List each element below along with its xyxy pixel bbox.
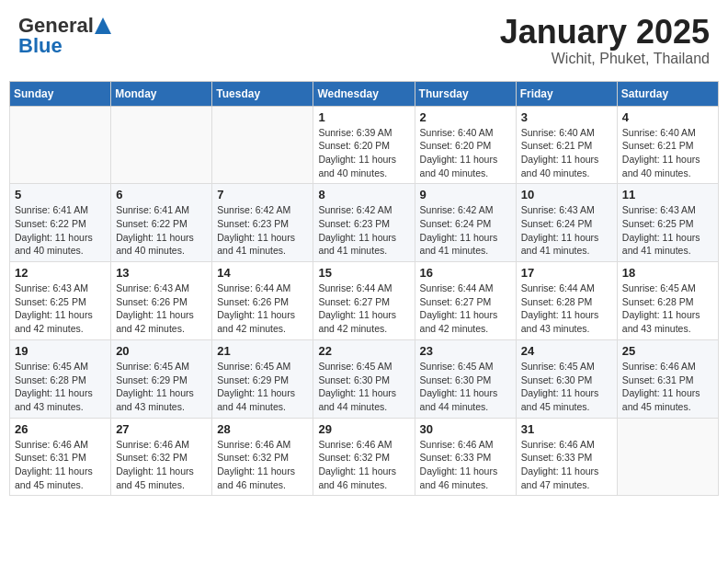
calendar-cell: 13Sunrise: 6:43 AM Sunset: 6:26 PM Dayli…: [111, 262, 212, 340]
day-number: 24: [521, 344, 612, 358]
day-number: 17: [521, 266, 612, 280]
day-number: 19: [15, 344, 106, 358]
calendar-cell: 23Sunrise: 6:45 AM Sunset: 6:30 PM Dayli…: [415, 339, 516, 418]
calendar-cell: 18Sunrise: 6:45 AM Sunset: 6:28 PM Dayli…: [617, 262, 718, 340]
calendar-cell: 15Sunrise: 6:44 AM Sunset: 6:27 PM Dayli…: [313, 262, 415, 340]
day-info: Sunrise: 6:44 AM Sunset: 6:26 PM Dayligh…: [217, 282, 308, 336]
calendar-cell: 20Sunrise: 6:45 AM Sunset: 6:29 PM Dayli…: [111, 339, 212, 418]
day-info: Sunrise: 6:45 AM Sunset: 6:29 PM Dayligh…: [116, 360, 207, 414]
day-number: 22: [318, 344, 409, 358]
day-number: 7: [217, 188, 308, 201]
calendar: SundayMondayTuesdayWednesdayThursdayFrid…: [9, 81, 719, 497]
day-info: Sunrise: 6:46 AM Sunset: 6:31 PM Dayligh…: [15, 438, 106, 492]
weekday-header-row: SundayMondayTuesdayWednesdayThursdayFrid…: [10, 81, 719, 106]
calendar-week-3: 12Sunrise: 6:43 AM Sunset: 6:25 PM Dayli…: [10, 262, 719, 340]
day-info: Sunrise: 6:39 AM Sunset: 6:20 PM Dayligh…: [318, 126, 409, 180]
day-info: Sunrise: 6:40 AM Sunset: 6:20 PM Dayligh…: [420, 126, 511, 180]
weekday-header-friday: Friday: [516, 81, 617, 106]
day-number: 20: [116, 344, 207, 358]
weekday-header-sunday: Sunday: [10, 81, 111, 106]
calendar-week-2: 5Sunrise: 6:41 AM Sunset: 6:22 PM Daylig…: [10, 184, 719, 262]
day-info: Sunrise: 6:41 AM Sunset: 6:22 PM Dayligh…: [15, 203, 106, 258]
calendar-cell: 1Sunrise: 6:39 AM Sunset: 6:20 PM Daylig…: [313, 106, 415, 184]
day-info: Sunrise: 6:43 AM Sunset: 6:25 PM Dayligh…: [15, 282, 106, 336]
calendar-cell: 30Sunrise: 6:46 AM Sunset: 6:33 PM Dayli…: [415, 418, 516, 496]
calendar-cell: 22Sunrise: 6:45 AM Sunset: 6:30 PM Dayli…: [313, 339, 415, 418]
day-info: Sunrise: 6:46 AM Sunset: 6:32 PM Dayligh…: [217, 438, 308, 492]
calendar-cell: [111, 106, 212, 184]
calendar-cell: 2Sunrise: 6:40 AM Sunset: 6:20 PM Daylig…: [415, 106, 516, 184]
day-number: 6: [116, 188, 207, 201]
calendar-cell: 11Sunrise: 6:43 AM Sunset: 6:25 PM Dayli…: [617, 184, 718, 262]
day-info: Sunrise: 6:42 AM Sunset: 6:23 PM Dayligh…: [318, 203, 409, 258]
day-info: Sunrise: 6:41 AM Sunset: 6:22 PM Dayligh…: [116, 203, 207, 258]
day-number: 2: [420, 110, 511, 124]
calendar-cell: 17Sunrise: 6:44 AM Sunset: 6:28 PM Dayli…: [516, 262, 617, 340]
logo: General Blue: [18, 14, 112, 58]
calendar-cell: 24Sunrise: 6:45 AM Sunset: 6:30 PM Dayli…: [516, 339, 617, 418]
day-info: Sunrise: 6:46 AM Sunset: 6:32 PM Dayligh…: [116, 438, 207, 492]
day-info: Sunrise: 6:45 AM Sunset: 6:30 PM Dayligh…: [521, 360, 612, 414]
day-number: 25: [622, 344, 713, 358]
calendar-cell: 5Sunrise: 6:41 AM Sunset: 6:22 PM Daylig…: [10, 184, 111, 262]
calendar-cell: 12Sunrise: 6:43 AM Sunset: 6:25 PM Dayli…: [10, 262, 111, 340]
day-info: Sunrise: 6:44 AM Sunset: 6:27 PM Dayligh…: [420, 282, 511, 336]
day-info: Sunrise: 6:45 AM Sunset: 6:28 PM Dayligh…: [622, 282, 713, 336]
calendar-cell: 21Sunrise: 6:45 AM Sunset: 6:29 PM Dayli…: [212, 339, 313, 418]
weekday-header-tuesday: Tuesday: [212, 81, 313, 106]
day-number: 27: [116, 422, 207, 436]
day-info: Sunrise: 6:46 AM Sunset: 6:32 PM Dayligh…: [318, 438, 409, 492]
calendar-cell: 29Sunrise: 6:46 AM Sunset: 6:32 PM Dayli…: [313, 418, 415, 496]
title-area: January 2025 Wichit, Phuket, Thailand: [500, 14, 710, 67]
day-info: Sunrise: 6:43 AM Sunset: 6:24 PM Dayligh…: [521, 203, 612, 258]
weekday-header-thursday: Thursday: [415, 81, 516, 106]
day-info: Sunrise: 6:44 AM Sunset: 6:27 PM Dayligh…: [318, 282, 409, 336]
day-info: Sunrise: 6:46 AM Sunset: 6:33 PM Dayligh…: [420, 438, 511, 492]
day-number: 11: [622, 188, 713, 201]
day-info: Sunrise: 6:43 AM Sunset: 6:25 PM Dayligh…: [622, 203, 713, 258]
day-info: Sunrise: 6:42 AM Sunset: 6:24 PM Dayligh…: [420, 203, 511, 258]
location: Wichit, Phuket, Thailand: [500, 51, 710, 67]
day-number: 28: [217, 422, 308, 436]
calendar-cell: 28Sunrise: 6:46 AM Sunset: 6:32 PM Dayli…: [212, 418, 313, 496]
day-info: Sunrise: 6:42 AM Sunset: 6:23 PM Dayligh…: [217, 203, 308, 258]
calendar-cell: 10Sunrise: 6:43 AM Sunset: 6:24 PM Dayli…: [516, 184, 617, 262]
weekday-header-monday: Monday: [111, 81, 212, 106]
calendar-cell: 9Sunrise: 6:42 AM Sunset: 6:24 PM Daylig…: [415, 184, 516, 262]
calendar-cell: [617, 418, 718, 496]
logo-icon: [95, 17, 111, 34]
calendar-cell: 27Sunrise: 6:46 AM Sunset: 6:32 PM Dayli…: [111, 418, 212, 496]
day-number: 13: [116, 266, 207, 280]
day-number: 12: [15, 266, 106, 280]
day-number: 23: [420, 344, 511, 358]
day-info: Sunrise: 6:45 AM Sunset: 6:30 PM Dayligh…: [318, 360, 409, 414]
day-number: 10: [521, 188, 612, 201]
weekday-header-saturday: Saturday: [617, 81, 718, 106]
calendar-cell: 25Sunrise: 6:46 AM Sunset: 6:31 PM Dayli…: [617, 339, 718, 418]
calendar-cell: [212, 106, 313, 184]
day-number: 15: [318, 266, 409, 280]
day-info: Sunrise: 6:45 AM Sunset: 6:29 PM Dayligh…: [217, 360, 308, 414]
day-number: 3: [521, 110, 612, 124]
day-number: 1: [318, 110, 409, 124]
weekday-header-wednesday: Wednesday: [313, 81, 415, 106]
day-info: Sunrise: 6:46 AM Sunset: 6:31 PM Dayligh…: [622, 360, 713, 414]
day-number: 5: [15, 188, 106, 201]
calendar-week-4: 19Sunrise: 6:45 AM Sunset: 6:28 PM Dayli…: [10, 339, 719, 418]
calendar-cell: 19Sunrise: 6:45 AM Sunset: 6:28 PM Dayli…: [10, 339, 111, 418]
calendar-week-1: 1Sunrise: 6:39 AM Sunset: 6:20 PM Daylig…: [10, 106, 719, 184]
day-info: Sunrise: 6:43 AM Sunset: 6:26 PM Dayligh…: [116, 282, 207, 336]
day-number: 4: [622, 110, 713, 124]
day-number: 21: [217, 344, 308, 358]
day-info: Sunrise: 6:44 AM Sunset: 6:28 PM Dayligh…: [521, 282, 612, 336]
day-number: 14: [217, 266, 308, 280]
day-number: 18: [622, 266, 713, 280]
day-info: Sunrise: 6:45 AM Sunset: 6:30 PM Dayligh…: [420, 360, 511, 414]
calendar-week-5: 26Sunrise: 6:46 AM Sunset: 6:31 PM Dayli…: [10, 418, 719, 496]
page-header: General Blue January 2025 Wichit, Phuket…: [9, 9, 719, 72]
day-number: 16: [420, 266, 511, 280]
calendar-cell: 26Sunrise: 6:46 AM Sunset: 6:31 PM Dayli…: [10, 418, 111, 496]
calendar-cell: 7Sunrise: 6:42 AM Sunset: 6:23 PM Daylig…: [212, 184, 313, 262]
calendar-cell: 14Sunrise: 6:44 AM Sunset: 6:26 PM Dayli…: [212, 262, 313, 340]
day-number: 8: [318, 188, 409, 201]
